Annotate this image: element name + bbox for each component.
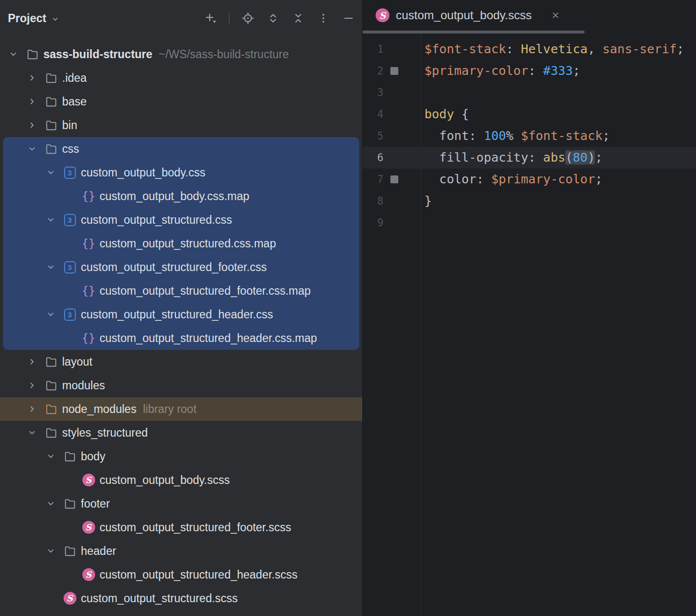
sass-file-icon: S (376, 8, 389, 22)
tree-item-body[interactable]: body (0, 445, 362, 468)
tree-item-custom-output-structured-header-scss[interactable]: Scustom_output_structured_header.scss (0, 563, 362, 586)
chevron-right-icon[interactable] (27, 403, 44, 415)
tree-item-custom-output-structured-footer-scss[interactable]: Scustom_output_structured_footer.scss (0, 515, 362, 539)
code-token (424, 172, 439, 186)
tree-item-label: footer (81, 497, 110, 511)
chevron-down-icon[interactable] (27, 426, 44, 439)
chevron-right-icon[interactable] (27, 379, 44, 392)
tree-item-custom-output-body-css[interactable]: 3custom_output_body.css (0, 161, 362, 184)
collapse-all-button[interactable] (291, 11, 305, 25)
code-line-7[interactable]: 7 color: $primary-color; (363, 169, 696, 190)
code-line-5[interactable]: 5 font: 100% $font-stack; (363, 125, 696, 147)
code-line-4[interactable]: 4body { (363, 103, 696, 125)
tree-item-label: layout (62, 355, 92, 369)
tree-item-label: custom_output_structured.scss (81, 592, 238, 605)
expand-all-button[interactable] (266, 11, 280, 25)
tree-item-footer[interactable]: footer (0, 492, 362, 515)
editor-code-area[interactable]: 1$font-stack: Helvetica, sans-serif;2$pr… (363, 34, 696, 616)
tree-item-custom-output-structured-scss[interactable]: Scustom_output_structured.scss (0, 586, 362, 610)
chevron-right-icon[interactable] (27, 355, 44, 368)
code-token: { (454, 107, 469, 121)
code-line-1[interactable]: 1$font-stack: Helvetica, sans-serif; (363, 38, 696, 60)
tree-item-sass-build-structure[interactable]: sass-build-structure~/WS/sass-build-stru… (0, 42, 362, 66)
chevron-right-icon[interactable] (27, 119, 44, 132)
tree-item-header[interactable]: header (0, 539, 362, 563)
tree-item-label: body (81, 450, 105, 463)
tree-item-custom-output-structured-footer-css-map[interactable]: {}custom_output_structured_footer.css.ma… (0, 279, 362, 303)
chevron-down-icon[interactable] (45, 166, 63, 179)
code-line-6[interactable]: 6 fill-opacity: abs(80); (363, 147, 696, 169)
tree-item-custom-output-body-scss[interactable]: Scustom_output_body.scss (0, 468, 362, 492)
chevron-down-icon[interactable] (45, 545, 63, 557)
folder-icon (44, 355, 58, 369)
code-token: $primary-color (424, 64, 528, 78)
tree-item-modules[interactable]: modules (0, 374, 362, 397)
chevron-right-icon[interactable] (27, 95, 44, 108)
tree-item-label: custom_output_structured_header.css (81, 308, 273, 321)
tree-item-custom-output-structured-header-css[interactable]: 3custom_output_structured_header.css (0, 303, 362, 326)
tree-item-custom-output-structured-css[interactable]: 3custom_output_structured.css (0, 208, 362, 232)
tree-item-node-modules[interactable]: node_moduleslibrary root (0, 397, 362, 421)
chevron-spacer (64, 284, 82, 297)
chevron-right-icon[interactable] (27, 71, 44, 84)
code-token: , (588, 42, 602, 56)
locate-button[interactable] (241, 11, 255, 25)
chevron-down-icon[interactable] (27, 142, 44, 155)
code-token: : (469, 129, 484, 143)
tree-item-custom-output-structured-css-map[interactable]: {}custom_output_structured.css.map (0, 232, 362, 255)
scss-file-icon: S (82, 521, 95, 534)
code-token: font (439, 129, 469, 143)
tree-item-bin[interactable]: bin (0, 113, 362, 137)
tree-item-custom-output-structured-footer-css[interactable]: 3custom_output_structured_footer.css (0, 255, 362, 279)
code-line-9[interactable]: 9 (363, 212, 696, 234)
tree-item-custom-output-structured-header-css-map[interactable]: {}custom_output_structured_header.css.ma… (0, 326, 362, 350)
tree-item-suffix: ~/WS/sass-build-structure (159, 48, 289, 61)
tree-item-label: header (81, 545, 116, 558)
code-token: $font-stack (424, 42, 506, 56)
code-token: ; (595, 172, 602, 186)
color-preview-swatch[interactable] (390, 67, 398, 75)
tree-item-layout[interactable]: layout (0, 350, 362, 374)
editor-lines: 1$font-stack: Helvetica, sans-serif;2$pr… (363, 38, 696, 234)
chevron-down-icon[interactable] (45, 497, 63, 510)
scrollbar-thumb[interactable] (363, 31, 585, 34)
code-token: #333 (543, 64, 573, 78)
css-file-icon: 3 (63, 261, 76, 274)
tree-item-custom-output-body-css-map[interactable]: {}custom_output_body.css.map (0, 184, 362, 208)
css-file-icon: 3 (63, 166, 76, 179)
code-line-8[interactable]: 8} (363, 190, 696, 212)
line-number: 4 (363, 103, 383, 125)
locate-icon (242, 12, 254, 25)
more-button[interactable] (316, 11, 330, 25)
tree-item-label: custom_output_structured_footer.css.map (100, 284, 311, 298)
project-title: Project (8, 12, 46, 25)
chevron-down-icon[interactable] (45, 213, 63, 226)
chevron-spacer (64, 521, 82, 534)
color-preview-swatch[interactable] (390, 175, 398, 183)
chevron-spacer (45, 592, 63, 605)
chevron-down-icon[interactable] (45, 308, 63, 321)
tree-item-label: custom_output_structured_header.css.map (100, 332, 317, 345)
add-button[interactable] (204, 11, 217, 25)
code-token: 80 (573, 150, 588, 165)
code-token: 100 (484, 129, 506, 143)
project-view-selector[interactable]: Project (8, 12, 60, 25)
chevron-down-icon[interactable] (8, 48, 26, 61)
tree-item-styles-structured[interactable]: styles_structured (0, 421, 362, 445)
chevron-down-icon[interactable] (45, 261, 63, 274)
tree-item-base[interactable]: base (0, 90, 362, 113)
code-line-2[interactable]: 2$primary-color: #333; (363, 60, 696, 82)
folder-icon (63, 497, 76, 511)
tree-item-css[interactable]: css (0, 137, 362, 161)
code-token: ( (565, 150, 573, 165)
code-token: : (528, 150, 543, 165)
tree-item-suffix: library root (143, 403, 197, 416)
chevron-spacer (64, 474, 82, 486)
editor-tab-custom-output-body-scss[interactable]: S custom_output_body.scss (376, 8, 561, 22)
hide-button[interactable] (342, 11, 355, 25)
code-token: ; (573, 64, 580, 78)
tab-close-icon[interactable] (550, 10, 561, 21)
tree-item-idea[interactable]: .idea (0, 66, 362, 90)
code-line-3[interactable]: 3 (363, 82, 696, 103)
chevron-down-icon[interactable] (45, 450, 63, 463)
